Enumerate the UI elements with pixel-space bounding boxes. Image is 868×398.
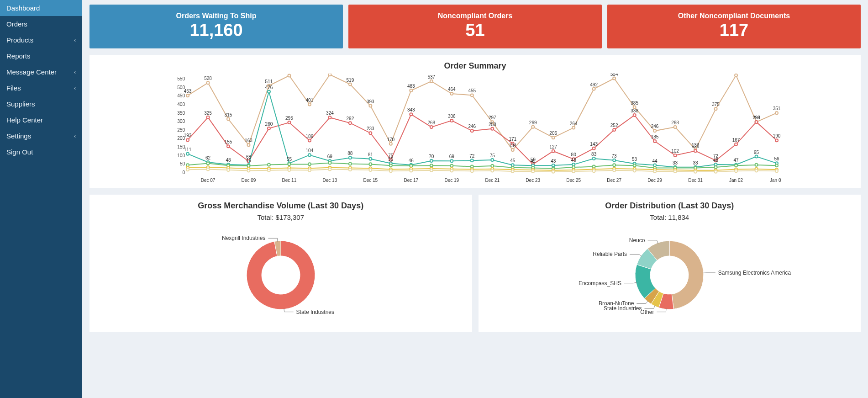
- svg-text:62: 62: [205, 155, 210, 160]
- svg-point-82: [694, 149, 697, 152]
- svg-point-72: [491, 127, 494, 130]
- svg-text:537: 537: [427, 74, 435, 79]
- svg-text:450: 450: [177, 93, 185, 98]
- svg-point-43: [511, 149, 514, 151]
- svg-point-122: [288, 163, 290, 165]
- svg-point-86: [775, 139, 778, 142]
- svg-point-95: [348, 156, 351, 159]
- svg-point-194: [531, 170, 534, 173]
- svg-point-87: [186, 152, 189, 155]
- svg-text:53: 53: [632, 157, 637, 162]
- svg-text:72: 72: [469, 154, 475, 159]
- svg-text:Dec 29: Dec 29: [647, 178, 662, 183]
- svg-point-81: [673, 154, 676, 157]
- svg-text:570: 570: [285, 74, 293, 74]
- svg-text:81: 81: [368, 152, 373, 157]
- svg-text:Broan-NuTone: Broan-NuTone: [599, 300, 634, 307]
- svg-point-186: [369, 169, 372, 171]
- svg-text:306: 306: [447, 114, 455, 119]
- svg-text:47: 47: [733, 158, 739, 163]
- svg-text:246: 246: [468, 124, 476, 129]
- svg-text:88: 88: [347, 151, 353, 156]
- svg-point-100: [450, 159, 453, 162]
- sidebar-item-reports[interactable]: Reports: [0, 48, 82, 64]
- order-summary-panel: Order Summary 05010015020025030035040045…: [89, 55, 861, 188]
- svg-point-35: [348, 83, 351, 85]
- order-summary-chart: 050100150200250300350400450500550Dec 07D…: [169, 74, 781, 186]
- svg-text:246: 246: [651, 124, 658, 129]
- sidebar-item-help-center[interactable]: Help Center: [0, 112, 82, 128]
- svg-point-46: [572, 126, 575, 129]
- sidebar-item-products[interactable]: Products‹: [0, 32, 82, 48]
- svg-point-54: [735, 74, 737, 76]
- svg-text:69: 69: [327, 154, 332, 159]
- gmv-subtitle: Total: $173,307: [94, 213, 468, 221]
- svg-point-105: [552, 164, 554, 167]
- main-content: Orders Waiting To Ship11,160Noncompliant…: [82, 0, 868, 398]
- svg-point-38: [410, 89, 412, 92]
- svg-text:190: 190: [773, 133, 780, 138]
- svg-point-200: [653, 170, 656, 173]
- svg-point-132: [491, 165, 494, 167]
- svg-text:Dec 11: Dec 11: [282, 178, 296, 183]
- svg-point-84: [735, 143, 737, 145]
- svg-point-28: [206, 81, 209, 84]
- svg-point-199: [633, 169, 636, 172]
- svg-point-59: [226, 145, 229, 148]
- sidebar-item-sign-out[interactable]: Sign Out: [0, 144, 82, 160]
- svg-point-193: [511, 170, 514, 173]
- svg-text:315: 315: [224, 112, 232, 117]
- svg-point-101: [470, 159, 473, 162]
- svg-point-182: [288, 169, 290, 171]
- svg-text:Neuco: Neuco: [629, 237, 645, 243]
- svg-text:Dec 25: Dec 25: [566, 178, 581, 183]
- svg-text:Dec 21: Dec 21: [485, 178, 500, 183]
- svg-text:128: 128: [691, 144, 699, 149]
- svg-point-79: [633, 114, 636, 117]
- svg-text:185: 185: [651, 134, 658, 139]
- svg-point-181: [267, 169, 270, 171]
- svg-point-68: [410, 113, 412, 116]
- svg-text:550: 550: [177, 76, 185, 81]
- svg-text:268: 268: [671, 120, 679, 125]
- svg-point-192: [491, 169, 494, 172]
- stat-card-noncompliant-orders[interactable]: Noncompliant Orders51: [348, 5, 602, 48]
- svg-text:300: 300: [177, 119, 185, 124]
- sidebar-item-suppliers[interactable]: Suppliers: [0, 96, 82, 112]
- gmv-title: Gross Merchandise Volume (Last 30 Days): [94, 201, 468, 211]
- svg-point-195: [552, 170, 554, 173]
- svg-text:295: 295: [285, 116, 293, 121]
- sidebar-item-message-center[interactable]: Message Center‹: [0, 64, 82, 80]
- card-title: Noncompliant Orders: [354, 12, 596, 20]
- svg-point-205: [755, 169, 758, 172]
- svg-point-27: [186, 94, 189, 97]
- svg-text:75: 75: [489, 153, 495, 158]
- stat-card-other-noncompliant-documents[interactable]: Other Noncompliant Documents117: [607, 5, 861, 48]
- svg-text:264: 264: [569, 121, 577, 126]
- svg-point-99: [430, 159, 432, 162]
- svg-text:233: 233: [367, 126, 374, 131]
- svg-text:260: 260: [265, 122, 273, 127]
- svg-text:Dec 19: Dec 19: [444, 178, 459, 183]
- svg-text:55: 55: [388, 156, 394, 161]
- svg-point-204: [735, 170, 737, 172]
- sidebar-item-settings[interactable]: Settings‹: [0, 128, 82, 144]
- svg-text:69: 69: [449, 154, 454, 159]
- card-value: 11,160: [95, 20, 337, 41]
- svg-point-61: [267, 127, 270, 130]
- stat-card-orders-waiting-to-ship[interactable]: Orders Waiting To Ship11,160: [89, 5, 343, 48]
- svg-point-78: [613, 128, 615, 131]
- gmv-donut-chart: State IndustriesNexgrill Industries: [130, 225, 431, 325]
- svg-point-85: [755, 121, 758, 123]
- sidebar-item-dashboard[interactable]: Dashboard: [0, 0, 82, 16]
- svg-text:Reliable Parts: Reliable Parts: [593, 251, 627, 257]
- svg-point-71: [470, 129, 473, 132]
- sidebar-item-files[interactable]: Files‹: [0, 80, 82, 96]
- sidebar-item-orders[interactable]: Orders: [0, 16, 82, 32]
- svg-point-123: [308, 163, 310, 165]
- svg-text:73: 73: [611, 153, 617, 158]
- svg-text:127: 127: [549, 144, 557, 149]
- svg-point-75: [552, 149, 554, 152]
- svg-point-56: [775, 111, 778, 114]
- svg-point-191: [470, 170, 473, 172]
